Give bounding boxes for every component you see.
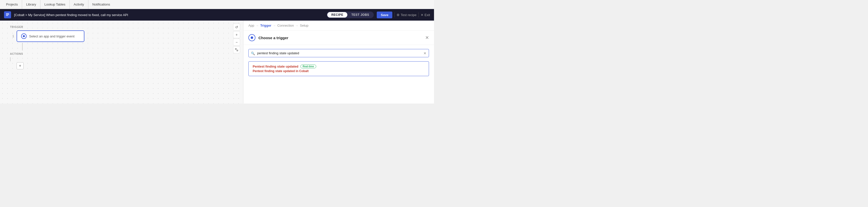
exit-label: Exit [425, 13, 430, 17]
settings-icon: ⚙ [397, 13, 400, 17]
save-button[interactable]: Save [377, 11, 392, 18]
right-panel: App → Trigger → Connection → Setup Choos… [243, 21, 434, 104]
svg-rect-3 [235, 49, 236, 50]
main-content: ↺ + − TRIGGER 1 Select an app and trigge… [0, 21, 434, 104]
nav-projects[interactable]: Projects [6, 0, 22, 9]
fit-view-button[interactable] [233, 46, 240, 53]
panel-trigger-icon [248, 34, 255, 41]
tab-recipe[interactable]: RECIPE [327, 12, 347, 18]
zoom-out-button[interactable]: − [233, 39, 240, 46]
nav-activity[interactable]: Activity [69, 0, 88, 9]
result-subtitle-highlight: Pentest finding state updated [253, 69, 295, 73]
svg-rect-0 [6, 13, 9, 14]
breadcrumb-app[interactable]: App [248, 24, 254, 27]
test-recipe-label: Test recipe [401, 13, 416, 17]
recipe-tabs: RECIPE TEST JOBS [327, 11, 374, 18]
recipe-title: [Cobalt > My Service] When pentest findi… [14, 13, 324, 17]
panel-title: Choose a trigger [258, 36, 422, 40]
result-title: Pentest finding state updated [253, 65, 299, 68]
header-divider-2 [418, 12, 419, 17]
search-input[interactable] [248, 49, 429, 57]
result-subtitle: Pentest finding state updated in Cobalt [253, 69, 425, 73]
actions-section: ACTIONS + [10, 53, 24, 69]
trigger-icon-dot [23, 35, 25, 37]
breadcrumb-setup[interactable]: Setup [300, 24, 308, 27]
header-actions: Save ⚙ Test recipe ✕ Exit [377, 11, 430, 18]
workflow-area: TRIGGER 1 Select an app and trigger even… [0, 21, 243, 75]
panel-trigger-icon-dot [251, 36, 253, 39]
exit-button[interactable]: ✕ Exit [421, 13, 430, 17]
tab-test-jobs[interactable]: TEST JOBS [347, 12, 373, 18]
realtime-badge: Real-time [300, 65, 316, 68]
breadcrumb-arrow-3: → [296, 24, 299, 27]
canvas-controls: ↺ + − [233, 24, 240, 53]
search-wrapper: 🔍 ✕ [248, 49, 429, 57]
result-title-row: Pentest finding state updated Real-time [253, 65, 425, 68]
step-number: 1 [10, 34, 14, 38]
reset-view-button[interactable]: ↺ [233, 24, 240, 31]
panel-close-button[interactable]: ✕ [425, 35, 429, 40]
search-clear-button[interactable]: ✕ [424, 51, 427, 55]
nav-library[interactable]: Library [22, 0, 40, 9]
close-icon: ✕ [421, 13, 424, 17]
zoom-in-button[interactable]: + [233, 31, 240, 38]
breadcrumb-trigger[interactable]: Trigger [260, 24, 271, 27]
header-divider [394, 12, 395, 17]
top-nav: Projects Library Lookup Tables Activity … [0, 0, 434, 9]
result-subtitle-suffix: in Cobalt [295, 69, 309, 73]
actions-section-label: ACTIONS [10, 53, 24, 55]
search-icon: 🔍 [251, 51, 255, 55]
trigger-box[interactable]: Select an app and trigger event [17, 30, 84, 42]
recipe-icon [4, 11, 11, 18]
recipe-header: [Cobalt > My Service] When pentest findi… [0, 9, 434, 21]
canvas-area: ↺ + − TRIGGER 1 Select an app and trigge… [0, 21, 243, 104]
panel-breadcrumb: App → Trigger → Connection → Setup [243, 21, 434, 31]
breadcrumb-arrow-1: → [256, 24, 259, 27]
svg-rect-4 [237, 50, 238, 51]
panel-header: Choose a trigger ✕ [243, 31, 434, 45]
trigger-section-label: TRIGGER [10, 26, 23, 28]
connector-line-2 [10, 57, 10, 61]
nav-lookup-tables[interactable]: Lookup Tables [40, 0, 70, 9]
test-recipe-button[interactable]: ⚙ Test recipe [397, 13, 416, 17]
breadcrumb-arrow-2: → [273, 24, 276, 27]
nav-notifications[interactable]: Notifications [88, 0, 114, 9]
trigger-spinner-icon [21, 33, 27, 39]
add-action-button[interactable]: + [17, 62, 24, 69]
svg-rect-1 [6, 14, 9, 15]
trigger-placeholder-text: Select an app and trigger event [29, 34, 74, 38]
svg-rect-2 [6, 15, 8, 16]
connector-line-1 [22, 43, 23, 51]
search-result-item[interactable]: Pentest finding state updated Real-time … [248, 61, 429, 76]
breadcrumb-connection[interactable]: Connection [277, 24, 294, 27]
trigger-step-row: 1 Select an app and trigger event [10, 30, 84, 42]
